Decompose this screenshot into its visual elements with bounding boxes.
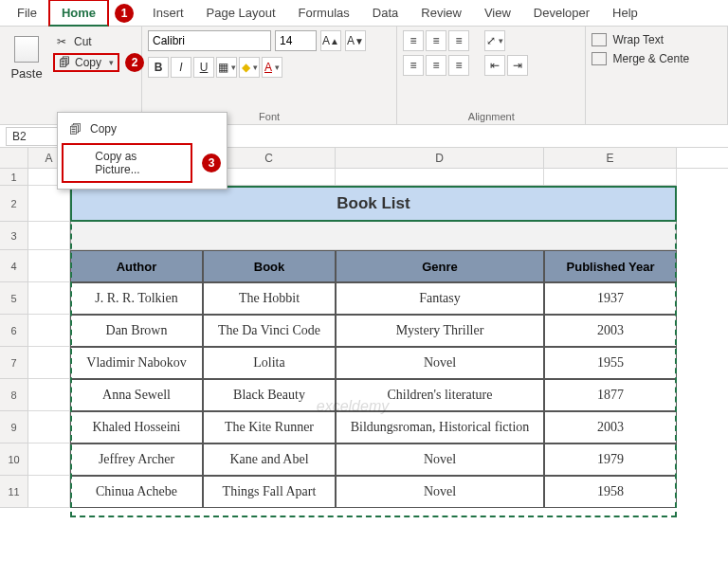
cell[interactable] [28, 476, 70, 508]
row-header[interactable]: 3 [0, 222, 28, 250]
cell-author[interactable]: Chinua Achebe [70, 476, 203, 508]
cell-year[interactable]: 2003 [544, 315, 677, 347]
align-bottom-button[interactable]: ≡ [448, 30, 469, 51]
col-header-e[interactable]: E [544, 148, 677, 168]
paste-label: Paste [10, 66, 42, 81]
italic-button[interactable]: I [171, 57, 191, 78]
tab-page-layout[interactable]: Page Layout [195, 1, 287, 25]
align-left-button[interactable]: ≡ [403, 55, 424, 76]
cell-genre[interactable]: Bildungsroman, Historical fiction [336, 411, 544, 443]
row-header[interactable]: 9 [0, 411, 28, 443]
cell-year[interactable]: 1958 [544, 476, 677, 508]
underline-button[interactable]: U [193, 57, 214, 78]
font-name-input[interactable] [148, 30, 271, 51]
header-genre[interactable]: Genre [336, 250, 544, 282]
cell[interactable] [28, 443, 70, 476]
header-year[interactable]: Published Year [544, 250, 677, 282]
row-header[interactable]: 1 [0, 169, 28, 186]
row-header[interactable]: 6 [0, 315, 28, 347]
cell-year[interactable]: 1955 [544, 347, 677, 379]
paste-button[interactable]: Paste [6, 30, 47, 81]
cell[interactable] [28, 379, 70, 411]
scissors-icon [57, 35, 69, 48]
font-size-input[interactable] [275, 30, 317, 51]
cell-book[interactable]: The Kite Runner [203, 411, 336, 443]
dropdown-copy[interactable]: 🗐Copy [58, 117, 227, 141]
cell[interactable] [28, 222, 70, 250]
align-middle-button[interactable]: ≡ [426, 30, 446, 51]
cell[interactable] [28, 186, 70, 222]
header-book[interactable]: Book [203, 250, 336, 282]
decrease-font-button[interactable]: A▼ [345, 30, 366, 51]
cell-author[interactable]: Khaled Hosseini [70, 411, 203, 443]
cell-book[interactable]: The Hobbit [203, 282, 336, 315]
row-header[interactable]: 11 [0, 476, 28, 508]
align-top-button[interactable]: ≡ [403, 30, 424, 51]
cell-year[interactable]: 2003 [544, 411, 677, 443]
cell-genre[interactable]: Children's literature [336, 379, 544, 411]
cell-genre[interactable]: Novel [336, 476, 544, 508]
orientation-button[interactable]: ⤢ [484, 30, 505, 51]
cell[interactable] [28, 411, 70, 443]
border-button[interactable]: ▦ [216, 57, 237, 78]
title-cell[interactable]: Book List [70, 186, 677, 222]
align-right-button[interactable]: ≡ [448, 55, 469, 76]
cell-author[interactable]: Jeffrey Archer [70, 443, 203, 476]
cell-year[interactable]: 1877 [544, 379, 677, 411]
cell[interactable] [28, 315, 70, 347]
cell-book[interactable]: Lolita [203, 347, 336, 379]
tab-view[interactable]: View [473, 1, 522, 25]
increase-indent-button[interactable]: ⇥ [507, 55, 528, 76]
fill-color-button[interactable]: ◆ [239, 57, 260, 78]
row-header[interactable]: 7 [0, 347, 28, 379]
align-center-button[interactable]: ≡ [426, 55, 446, 76]
cell[interactable] [28, 282, 70, 315]
tab-home[interactable]: Home [48, 0, 109, 27]
header-author[interactable]: Author [70, 250, 203, 282]
increase-font-button[interactable]: A▲ [320, 30, 341, 51]
cell-book[interactable]: The Da Vinci Code [203, 315, 336, 347]
font-color-button[interactable]: A [262, 57, 282, 78]
tab-review[interactable]: Review [410, 1, 473, 25]
cell[interactable] [70, 222, 677, 250]
cell[interactable] [28, 250, 70, 282]
wrap-text-button[interactable]: Wrap Text [592, 30, 721, 49]
cell-year[interactable]: 1937 [544, 282, 677, 315]
cell[interactable] [336, 169, 544, 186]
tab-help[interactable]: Help [601, 1, 649, 25]
tab-file[interactable]: File [6, 1, 48, 25]
cell-author[interactable]: J. R. R. Tolkien [70, 282, 203, 315]
select-all-corner[interactable] [0, 148, 28, 168]
merge-center-button[interactable]: Merge & Cente [592, 49, 721, 68]
cell-genre[interactable]: Fantasy [336, 282, 544, 315]
cell[interactable] [28, 347, 70, 379]
cell-author[interactable]: Dan Brown [70, 315, 203, 347]
row-header[interactable]: 8 [0, 379, 28, 411]
cell[interactable] [544, 169, 677, 186]
bold-button[interactable]: B [148, 57, 169, 78]
tab-developer[interactable]: Developer [522, 1, 601, 25]
cell-book[interactable]: Kane and Abel [203, 443, 336, 476]
grid[interactable]: Book List Author Book Genre Published Ye… [28, 169, 677, 508]
cell-year[interactable]: 1979 [544, 443, 677, 476]
tab-data[interactable]: Data [361, 1, 410, 25]
cut-button[interactable]: Cut [53, 34, 144, 49]
cell-author[interactable]: Vladimir Nabokov [70, 347, 203, 379]
row-header[interactable]: 5 [0, 282, 28, 315]
formula-bar[interactable]: Book List [155, 130, 728, 143]
tab-insert[interactable]: Insert [141, 1, 195, 25]
cell-book[interactable]: Black Beauty [203, 379, 336, 411]
row-header[interactable]: 2 [0, 186, 28, 222]
decrease-indent-button[interactable]: ⇤ [484, 55, 505, 76]
tab-formulas[interactable]: Formulas [287, 1, 361, 25]
copy-split-button[interactable]: 🗐Copy [53, 53, 119, 72]
row-header[interactable]: 10 [0, 443, 28, 476]
cell-genre[interactable]: Novel [336, 347, 544, 379]
row-header[interactable]: 4 [0, 250, 28, 282]
cell-book[interactable]: Things Fall Apart [203, 476, 336, 508]
cell-genre[interactable]: Mystery Thriller [336, 315, 544, 347]
cell-author[interactable]: Anna Sewell [70, 379, 203, 411]
col-header-d[interactable]: D [336, 148, 544, 168]
dropdown-copy-as-picture[interactable]: Copy as Picture... [62, 143, 192, 183]
cell-genre[interactable]: Novel [336, 443, 544, 476]
